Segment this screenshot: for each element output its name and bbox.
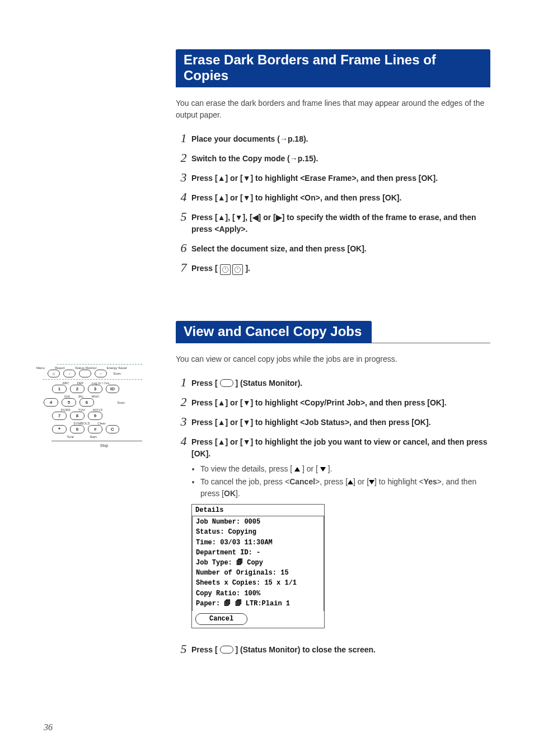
status-monitor-icon [220, 646, 233, 654]
keypad-7: 7 [52, 412, 67, 420]
step-b4: 4 Press [▲] or [▼] to highlight the job … [176, 436, 490, 636]
details-row: Copy Ratio: 100% [193, 589, 324, 599]
start-button-color-icon [232, 264, 243, 275]
control-panel-thumbnail: Menu Report Status Monitor Energy Saver … [29, 364, 142, 449]
details-row: Job Type: 🗐 Copy [193, 558, 324, 568]
details-row: Paper: 🗐 🗐 LTR:Plain 1 [193, 599, 324, 609]
step-b2: 2 Press [▲] or [▼] to highlight <Copy/Pr… [176, 397, 490, 409]
step-a5: 5 Press [▲], [▼], [◀] or [▶] to specify … [176, 212, 490, 235]
section-heading-erase: Erase Dark Borders and Frame Lines of Co… [176, 49, 490, 87]
up-arrow-icon [294, 467, 300, 472]
keypad-hash: # [88, 425, 102, 433]
details-row: Time: 03/03 11:30AM [193, 538, 324, 548]
step-a6: 6 Select the document size, and then pre… [176, 243, 490, 255]
details-row: Status: Copying [193, 527, 324, 537]
step-a1: 1 Place your documents (→p.18). [176, 133, 490, 145]
details-row: Department ID: - [193, 548, 324, 558]
status-monitor-key-icon [79, 370, 91, 377]
up-arrow-icon [348, 480, 353, 484]
details-row: Sheets x Copies: 15 x 1/1 [193, 578, 324, 588]
down-arrow-icon [369, 480, 374, 484]
keypad-9: 9 [88, 412, 102, 420]
step-a4: 4 Press [▲] or [▼] to highlight <On>, an… [176, 192, 490, 204]
step-b4-bullets: To view the details, press [ ] or [ ]. T… [191, 463, 490, 500]
keypad-1: 1 [52, 385, 67, 393]
keypad-4: 4 [44, 398, 58, 407]
section-intro-a: You can erase the dark borders and frame… [176, 97, 490, 121]
clear-key: C [106, 425, 119, 433]
energy-saver-key-icon: · [95, 370, 107, 377]
report-key-icon: · [63, 370, 76, 377]
start-button-bw-icon [220, 264, 231, 275]
down-arrow-icon [320, 467, 326, 472]
keypad-0: 0 [70, 425, 85, 433]
keypad-8: 8 [70, 412, 85, 420]
details-row: Job Number: 0005 [193, 517, 324, 527]
keypad-3: 3 [88, 385, 102, 393]
section-heading-view-cancel: View and Cancel Copy Jobs [176, 321, 490, 343]
details-row: Number of Originals: 15 [193, 568, 324, 578]
keypad-6: 6 [79, 398, 94, 407]
status-monitor-icon [220, 379, 233, 387]
menu-key-icon: ⌂ [48, 370, 60, 377]
page-number: 36 [44, 722, 53, 732]
section-title-text-b: View and Cancel Copy Jobs [176, 321, 372, 343]
section-intro-b: You can view or cancel copy jobs while t… [176, 353, 490, 365]
details-header: Details [192, 505, 324, 516]
keypad-2: 2 [70, 385, 85, 393]
step-a7: 7 Press [ ]. [176, 263, 490, 275]
cancel-chip: Cancel [195, 613, 247, 625]
keypad-star: ＊ [52, 425, 67, 433]
section-title-text: Erase Dark Borders and Frame Lines of Co… [176, 49, 490, 87]
details-panel: Details Job Number: 0005 Status: Copying… [191, 504, 325, 628]
step-a2: 2 Switch to the Copy mode (→p.15). [176, 153, 490, 165]
step-b1: 1 Press [ ] (Status Monitor). [176, 377, 490, 389]
step-a3: 3 Press [▲] or [▼] to highlight <Erase F… [176, 172, 490, 184]
step-b3: 3 Press [▲] or [▼] to highlight <Job Sta… [176, 417, 490, 428]
keypad-5: 5 [62, 398, 76, 407]
step-b5: 5 Press [ ] (Status Monitor) to close th… [176, 644, 490, 656]
id-key: ID [106, 385, 119, 393]
